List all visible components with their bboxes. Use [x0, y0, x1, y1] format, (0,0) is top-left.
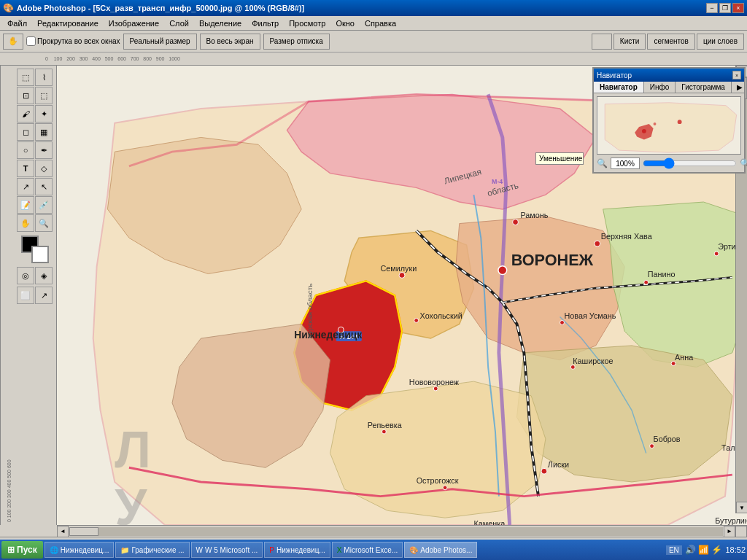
- jump-to-btn[interactable]: ↗: [35, 287, 53, 304]
- label-verkhnyaya-khava: Верхняя Хава: [601, 232, 653, 241]
- tool-gradient[interactable]: ▦: [35, 123, 53, 141]
- scroll-all-windows-checkbox[interactable]: Прокрутка во всех окнах: [26, 36, 120, 46]
- background-color[interactable]: [31, 246, 49, 263]
- main-area: 0 100 200 300 400 500 600 ⬚ ⌇ ⊡ ⬚ 🖌 ✦ ◻ …: [0, 66, 747, 525]
- taskbar-icon-5: 🎨: [409, 546, 418, 554]
- label-repyevka: Репьевка: [368, 421, 403, 429]
- system-icons: 🔊 📶 ⚡: [685, 545, 723, 555]
- tool-annotation[interactable]: 📝: [17, 196, 34, 214]
- menu-edit[interactable]: Редактирование: [33, 18, 103, 29]
- screen-mode: ⬜ ↗: [17, 287, 53, 304]
- menu-filter[interactable]: Фильтр: [247, 18, 283, 29]
- right-tool-buttons: Кисти сегментов ции слоев: [592, 34, 744, 50]
- taskbar-item-4[interactable]: X Microsoft Exce...: [332, 542, 403, 558]
- print-size-button[interactable]: Размер отписка: [263, 34, 330, 50]
- taskbar-item-5[interactable]: 🎨 Adobe Photos...: [404, 542, 477, 558]
- scroll-right-btn[interactable]: ►: [724, 526, 735, 537]
- quick-mask[interactable]: ◈: [35, 267, 53, 284]
- label-ostrogozhsk: Острогожск: [417, 476, 459, 485]
- scroll-left-btn[interactable]: ◄: [57, 526, 69, 537]
- tool-pen[interactable]: ✒: [35, 141, 53, 159]
- tool-shape[interactable]: ◇: [35, 160, 53, 177]
- taskbar-label-4: Microsoft Exce...: [344, 546, 398, 554]
- menu-layer[interactable]: Слой: [165, 18, 193, 29]
- screen-mode-btn[interactable]: ⬜: [17, 287, 34, 304]
- minimize-button[interactable]: −: [706, 3, 718, 13]
- taskbar-label-3: Нижнедевиц...: [276, 546, 325, 554]
- city-ertil: [714, 252, 719, 256]
- app-icon: 🎨: [3, 3, 14, 13]
- menu-select[interactable]: Выделение: [195, 18, 246, 29]
- taskbar-item-1[interactable]: 📁 Графические ...: [115, 542, 189, 558]
- close-button[interactable]: ×: [732, 3, 744, 13]
- tool-dodge[interactable]: ○: [17, 141, 34, 159]
- label-kamenka: Каменка: [473, 519, 506, 525]
- label-khokholsky: Хохольский: [420, 311, 462, 320]
- tool-direct[interactable]: ↖: [35, 178, 53, 195]
- lang-indicator[interactable]: EN: [666, 545, 682, 555]
- nav-thumbnail[interactable]: [597, 96, 741, 155]
- title-bar-controls: − ❐ ×: [706, 3, 744, 13]
- city-semiluki: [399, 273, 405, 279]
- menu-file[interactable]: Файл: [3, 18, 31, 29]
- top-ruler: 0 100 200 300 400 500 600 700 800 900 10…: [0, 52, 747, 66]
- city-voronezh: [498, 266, 507, 275]
- menu-window[interactable]: Окно: [331, 18, 359, 29]
- city-kashirskoe: [570, 365, 575, 369]
- navigator-panel: Навигатор × Навигатор Инфо Гистограмма ▶: [592, 67, 746, 174]
- toolbox: ⬚ ⌇ ⊡ ⬚ 🖌 ✦ ◻ ▦ ○ ✒ T ◇ ↗ ↖ 📝 💉: [13, 66, 57, 525]
- standard-mode[interactable]: ◎: [17, 267, 34, 284]
- zoom-input[interactable]: [611, 158, 640, 169]
- menu-view[interactable]: Просмотр: [285, 18, 330, 29]
- segments-button[interactable]: сегментов: [647, 34, 695, 50]
- scroll-hthumb[interactable]: [69, 527, 98, 536]
- tool-stamp[interactable]: ✦: [35, 105, 53, 122]
- tool-text[interactable]: T: [17, 160, 34, 177]
- nav-menu-icon[interactable]: ▶: [735, 82, 744, 93]
- nav-close[interactable]: ×: [732, 71, 741, 79]
- scroll-checkbox-input[interactable]: [26, 36, 36, 46]
- zoom-plus-icon[interactable]: 🔍: [740, 158, 747, 168]
- navigator-content: 🔍 🔍: [594, 93, 744, 172]
- layers-button[interactable]: ции слоев: [697, 34, 744, 50]
- taskbar: ⊞ Пуск 🌐 Нижнедевиц... 📁 Графические ...…: [0, 540, 747, 560]
- background-text: Л: [115, 421, 151, 478]
- tab-info[interactable]: Инфо: [644, 82, 676, 93]
- tool-brush[interactable]: 🖌: [17, 105, 34, 122]
- restore-button[interactable]: ❐: [719, 3, 731, 13]
- mode-buttons: ◎ ◈: [17, 267, 53, 284]
- taskbar-item-0[interactable]: 🌐 Нижнедевиц...: [44, 542, 115, 558]
- city-novaya-usman: [560, 320, 565, 324]
- tool-eraser[interactable]: ◻: [17, 123, 34, 141]
- tool-marquee[interactable]: ⬚: [17, 69, 34, 86]
- zoom-minus-icon[interactable]: 🔍: [597, 158, 608, 168]
- tab-histogram[interactable]: Гистограмма: [676, 82, 732, 93]
- label-kashirskoe: Каширское: [573, 357, 613, 365]
- tool-eyedropper[interactable]: 💉: [35, 196, 53, 214]
- brushes-button[interactable]: Кисти: [614, 34, 646, 50]
- taskbar-label-5: Adobe Photos...: [420, 546, 472, 554]
- label-bobrov: Бобров: [654, 435, 681, 443]
- color-swatch[interactable]: [21, 236, 49, 263]
- label-novovoronezh: Нововоронеж: [409, 378, 460, 386]
- zoom-slider[interactable]: [643, 159, 737, 168]
- tool-lasso[interactable]: ⌇: [35, 69, 53, 86]
- real-size-button[interactable]: Реальный размер: [123, 34, 197, 50]
- taskbar-icon-3: P: [269, 546, 274, 554]
- taskbar-item-2[interactable]: W W 5 Microsoft ...: [191, 542, 263, 558]
- scroll-down-btn[interactable]: ▼: [736, 502, 747, 513]
- tool-zoom[interactable]: 🔍: [35, 214, 53, 232]
- svg-point-4: [654, 122, 657, 125]
- menu-help[interactable]: Справка: [360, 18, 400, 29]
- tool-path[interactable]: ↗: [17, 178, 34, 195]
- city-ramon: [513, 219, 519, 225]
- tool-hand[interactable]: ✋: [17, 214, 34, 232]
- tool-crop[interactable]: ⊡: [17, 87, 34, 104]
- tab-navigator[interactable]: Навигатор: [594, 82, 644, 93]
- menu-image[interactable]: Изображение: [104, 18, 163, 29]
- canvas-area[interactable]: А-144 ВОРОНЕЖ Семилуки Нижне: [57, 66, 747, 525]
- taskbar-item-3[interactable]: P Нижнедевиц...: [264, 542, 330, 558]
- tool-patch[interactable]: ⬚: [35, 87, 53, 104]
- start-button[interactable]: ⊞ Пуск: [1, 541, 43, 559]
- full-screen-button[interactable]: Во весь экран: [200, 34, 260, 50]
